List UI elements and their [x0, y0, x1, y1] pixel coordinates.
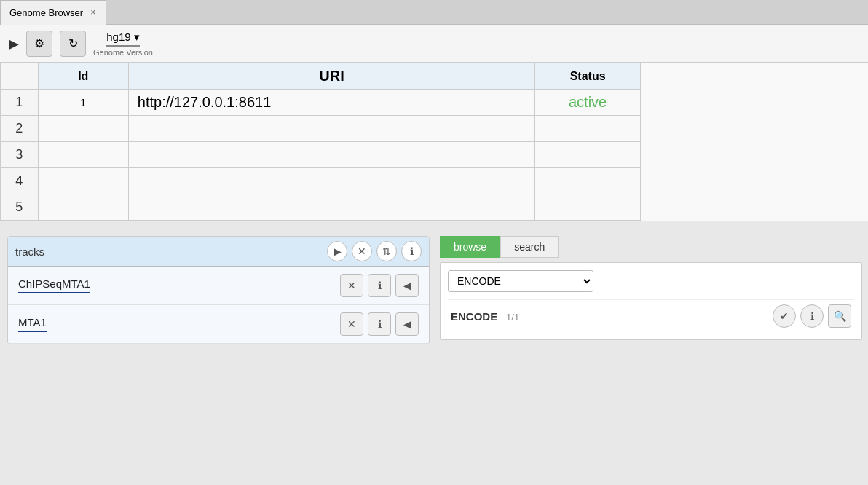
play-icon: ▶ [9, 36, 19, 51]
status-column-header: Status [535, 63, 641, 90]
tracks-info-button[interactable]: ℹ [401, 241, 422, 261]
encode-check-button[interactable]: ✔ [773, 304, 796, 328]
sort-icon: ⇅ [382, 245, 391, 257]
id-column-header: Id [38, 63, 128, 90]
genome-version-dropdown[interactable]: hg19 ▾ [106, 31, 139, 47]
row-id [38, 142, 128, 168]
row-uri [128, 168, 534, 194]
table-row: 11http://127.0.0.1:8611active [1, 90, 641, 116]
row-number: 1 [1, 90, 39, 116]
track-underline [18, 292, 90, 293]
track-remove-button[interactable]: ✕ [340, 312, 363, 336]
row-num-header [1, 63, 39, 90]
gear-icon: ⚙ [34, 36, 44, 50]
encode-dropdown[interactable]: ENCODE [448, 270, 593, 292]
settings-button[interactable]: ⚙ [26, 31, 52, 57]
encode-result-actions: ✔ ℹ 🔍 [773, 304, 851, 328]
list-item: ChIPSeqMTA1 ✕ ℹ ◀ [8, 267, 429, 305]
browse-tabs: browse search [440, 236, 862, 258]
track-remove-button[interactable]: ✕ [340, 274, 363, 297]
tracks-list: ChIPSeqMTA1 ✕ ℹ ◀ MTA1 ✕ ℹ ◀ [8, 267, 429, 344]
genome-version-label: Genome Version [93, 48, 153, 57]
encode-result-count: 1/1 [506, 312, 519, 323]
row-id: 1 [38, 90, 128, 116]
table-row: 5 [1, 194, 641, 221]
encode-info-button[interactable]: ℹ [800, 304, 824, 328]
genome-version-selector[interactable]: hg19 ▾ Genome Version [93, 31, 153, 57]
row-status: active [535, 90, 641, 116]
tracks-icons: ▶ ✕ ⇅ ℹ [327, 241, 422, 261]
browse-content: ENCODE ENCODE 1/1 ✔ ℹ 🔍 [440, 262, 862, 340]
play-icon: ▶ [334, 245, 342, 257]
bottom-area: tracks ▶ ✕ ⇅ ℹ ChIPSeqMTA1 [0, 221, 868, 344]
tab-browse[interactable]: browse [440, 236, 500, 258]
track-info-button[interactable]: ℹ [368, 274, 391, 297]
track-actions: ✕ ℹ ◀ [340, 274, 419, 297]
status-active-badge: active [569, 94, 607, 110]
uri-column-header: URI [128, 63, 534, 90]
row-uri [128, 142, 534, 168]
toolbar: ▶ ⚙ ↻ hg19 ▾ Genome Version [0, 25, 868, 63]
row-number: 3 [1, 142, 39, 168]
encode-search-button[interactable]: 🔍 [828, 304, 851, 328]
server-table: Id URI Status 11http://127.0.0.1:8611act… [0, 63, 641, 221]
track-name: MTA1 [18, 316, 47, 328]
tracks-sort-button[interactable]: ⇅ [376, 241, 397, 261]
genome-browser-tab[interactable]: Genome Browser × [0, 0, 106, 25]
tracks-play-button[interactable]: ▶ [327, 241, 347, 261]
list-item: MTA1 ✕ ℹ ◀ [8, 305, 429, 344]
tab-title: Genome Browser [9, 7, 83, 18]
row-number: 2 [1, 116, 39, 142]
genome-version-value: hg19 [106, 31, 130, 43]
play-button[interactable]: ▶ [9, 36, 19, 52]
row-status [535, 194, 641, 221]
close-icon: ✕ [358, 245, 366, 257]
browse-panel: browse search ENCODE ENCODE 1/1 ✔ ℹ 🔍 [440, 236, 862, 344]
encode-results: ENCODE 1/1 ✔ ℹ 🔍 [448, 299, 854, 332]
tracks-header: tracks ▶ ✕ ⇅ ℹ [8, 237, 429, 267]
track-label-area: ChIPSeqMTA1 [18, 277, 90, 293]
track-label-area: MTA1 [18, 316, 47, 332]
encode-result-label-area: ENCODE 1/1 [451, 310, 519, 323]
track-underline [18, 331, 47, 332]
row-status [535, 142, 641, 168]
row-id [38, 194, 128, 221]
tab-close-button[interactable]: × [89, 7, 97, 17]
encode-result-label: ENCODE [451, 310, 497, 323]
row-status [535, 168, 641, 194]
tracks-title: tracks [15, 245, 44, 258]
refresh-icon: ↻ [68, 36, 78, 50]
table-row: 2 [1, 116, 641, 142]
track-info-button[interactable]: ℹ [368, 312, 391, 336]
track-name: ChIPSeqMTA1 [18, 277, 90, 290]
encode-result-row: ENCODE 1/1 ✔ ℹ 🔍 [448, 299, 854, 332]
row-uri [128, 194, 534, 221]
tab-search[interactable]: search [500, 236, 559, 258]
info-icon: ℹ [410, 245, 414, 257]
row-id [38, 168, 128, 194]
row-status [535, 116, 641, 142]
row-uri [128, 116, 534, 142]
tab-bar: Genome Browser × [0, 0, 868, 25]
table-row: 3 [1, 142, 641, 168]
refresh-button[interactable]: ↻ [60, 31, 86, 57]
track-actions: ✕ ℹ ◀ [340, 312, 419, 336]
row-number: 4 [1, 168, 39, 194]
server-table-area: Id URI Status 11http://127.0.0.1:8611act… [0, 63, 868, 221]
tracks-panel: tracks ▶ ✕ ⇅ ℹ ChIPSeqMTA1 [7, 236, 430, 344]
row-id [38, 116, 128, 142]
track-send-button[interactable]: ◀ [395, 274, 419, 297]
chevron-down-icon: ▾ [134, 31, 140, 44]
tracks-close-button[interactable]: ✕ [352, 241, 372, 261]
encode-select-row: ENCODE [448, 270, 854, 292]
row-number: 5 [1, 194, 39, 221]
row-uri: http://127.0.0.1:8611 [128, 90, 534, 116]
table-row: 4 [1, 168, 641, 194]
track-send-button[interactable]: ◀ [395, 312, 419, 336]
